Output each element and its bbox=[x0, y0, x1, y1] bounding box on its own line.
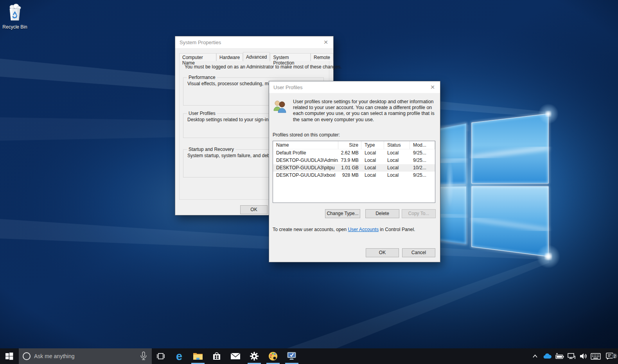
system-window-icon bbox=[287, 351, 297, 361]
paint-palette-icon bbox=[268, 351, 278, 361]
tab-system-protection[interactable]: System Protection bbox=[270, 53, 310, 61]
sysprops-ok-button[interactable]: OK bbox=[240, 205, 268, 214]
startup-recovery-group-label: Startup and Recovery bbox=[187, 147, 235, 152]
mail-icon bbox=[230, 352, 241, 360]
cell-size: 73.9 MB bbox=[338, 157, 361, 164]
chevron-up-icon bbox=[532, 354, 538, 358]
search-input[interactable] bbox=[34, 353, 132, 359]
user-accounts-link[interactable]: User Accounts bbox=[348, 227, 379, 232]
close-icon[interactable]: × bbox=[428, 82, 438, 92]
cell-type: Local bbox=[361, 164, 384, 172]
taskbar-system-properties-button[interactable] bbox=[282, 348, 301, 364]
profiles-list-label: Profiles stored on this computer: bbox=[273, 132, 340, 138]
table-row[interactable]: DESKTOP-GUUDLA3\pitpu 1.01 GB Local Loca… bbox=[273, 164, 435, 172]
tab-advanced[interactable]: Advanced bbox=[243, 52, 270, 61]
cell-status: Local bbox=[384, 164, 410, 172]
table-row[interactable]: DESKTOP-GUUDLA3\xboxl 928 MB Local Local… bbox=[273, 172, 435, 179]
table-row[interactable]: Default Profile 2.62 MB Local Local 9/25… bbox=[273, 149, 435, 157]
delete-button[interactable]: Delete bbox=[365, 209, 399, 218]
taskbar-mail-button[interactable] bbox=[226, 348, 245, 364]
col-header-name[interactable]: Name bbox=[273, 141, 338, 149]
change-type-button[interactable]: Change Type... bbox=[325, 209, 360, 218]
cell-status: Local bbox=[384, 172, 410, 179]
network-icon bbox=[567, 353, 576, 360]
col-header-size[interactable]: Size bbox=[338, 141, 361, 149]
user-profiles-title: User Profiles bbox=[273, 84, 302, 90]
table-row[interactable]: DESKTOP-GUUDLA3\Admin... 73.9 MB Local L… bbox=[273, 157, 435, 164]
cell-name: DESKTOP-GUUDLA3\pitpu bbox=[273, 164, 338, 172]
cell-modified: 10/2... bbox=[410, 164, 435, 172]
tab-computer-name[interactable]: Computer Name bbox=[179, 53, 216, 61]
edge-icon: e bbox=[176, 351, 182, 362]
recycle-bin-icon bbox=[6, 3, 23, 22]
task-view-icon bbox=[156, 353, 165, 360]
speaker-icon bbox=[579, 353, 588, 360]
file-explorer-icon bbox=[193, 352, 203, 360]
taskbar-settings-button[interactable] bbox=[245, 348, 264, 364]
cell-type: Local bbox=[361, 172, 384, 179]
col-header-type[interactable]: Type bbox=[361, 141, 384, 149]
footer-suffix: in Control Panel. bbox=[379, 227, 415, 232]
cell-size: 928 MB bbox=[338, 172, 361, 179]
col-header-modified[interactable]: Mod... bbox=[410, 141, 435, 149]
system-properties-title: System Properties bbox=[180, 39, 221, 45]
cell-modified: 9/25... bbox=[410, 157, 435, 164]
cell-size: 2.62 MB bbox=[338, 149, 361, 157]
tab-remote[interactable]: Remote bbox=[311, 53, 333, 61]
user-profiles-icon bbox=[273, 100, 287, 115]
taskbar-file-explorer-button[interactable] bbox=[189, 348, 207, 364]
start-button[interactable] bbox=[0, 348, 19, 364]
taskbar-edge-button[interactable]: e bbox=[170, 348, 189, 364]
hidden-icons-chevron[interactable] bbox=[529, 354, 541, 358]
profiles-table-header: Name Size Type Status Mod... bbox=[273, 141, 435, 149]
performance-group-label: Performance bbox=[187, 75, 217, 80]
admin-note: You must be logged on as an Administrato… bbox=[185, 64, 342, 70]
cell-status: Local bbox=[384, 157, 410, 164]
search-box[interactable] bbox=[19, 348, 152, 364]
system-properties-tabs: Computer Name Hardware Advanced System P… bbox=[179, 52, 333, 61]
keyboard-icon bbox=[591, 353, 601, 360]
volume-tray-button[interactable] bbox=[577, 353, 589, 360]
cell-type: Local bbox=[361, 149, 384, 157]
col-header-status[interactable]: Status bbox=[384, 141, 410, 149]
taskbar-paint-button[interactable] bbox=[264, 348, 282, 364]
user-profiles-group-label: User Profiles bbox=[187, 111, 217, 116]
gear-icon bbox=[250, 352, 259, 360]
network-tray-button[interactable] bbox=[565, 353, 577, 360]
cell-name: Default Profile bbox=[273, 149, 338, 157]
store-icon bbox=[212, 351, 221, 361]
taskbar-store-button[interactable] bbox=[207, 348, 226, 364]
recycle-bin[interactable]: Recycle Bin bbox=[2, 3, 27, 30]
copy-to-button: Copy To... bbox=[402, 209, 436, 218]
profiles-table: Name Size Type Status Mod... Default Pro… bbox=[273, 141, 435, 203]
user-profiles-titlebar[interactable]: User Profiles × bbox=[269, 81, 440, 93]
onedrive-tray-button[interactable] bbox=[541, 353, 553, 359]
uprof-ok-button[interactable]: OK bbox=[366, 248, 399, 257]
battery-tray-button[interactable] bbox=[553, 353, 565, 360]
windows-logo-icon bbox=[5, 352, 13, 360]
uprof-cancel-button[interactable]: Cancel bbox=[402, 248, 435, 257]
user-profiles-dialog: User Profiles × User profiles store sett… bbox=[269, 81, 440, 262]
desktop: Recycle Bin System Properties × Computer… bbox=[0, 0, 618, 364]
notification-badge: 2 bbox=[612, 353, 618, 359]
close-icon[interactable]: × bbox=[321, 38, 331, 47]
user-profiles-intro: User profiles store settings for your de… bbox=[293, 99, 437, 123]
task-view-button[interactable] bbox=[152, 348, 170, 364]
cortana-icon bbox=[23, 352, 31, 360]
onedrive-cloud-icon bbox=[543, 353, 552, 359]
cell-status: Local bbox=[384, 149, 410, 157]
action-center-tray-button[interactable]: 2 bbox=[602, 352, 618, 360]
battery-icon bbox=[555, 353, 564, 360]
touch-keyboard-tray-button[interactable] bbox=[589, 353, 602, 360]
microphone-icon[interactable] bbox=[139, 351, 148, 361]
cell-size: 1.01 GB bbox=[338, 164, 361, 172]
taskbar: e bbox=[0, 348, 618, 364]
system-properties-titlebar[interactable]: System Properties × bbox=[175, 36, 333, 48]
tab-hardware[interactable]: Hardware bbox=[216, 53, 243, 61]
cell-name: DESKTOP-GUUDLA3\xboxl bbox=[273, 172, 338, 179]
footer-note: To create new user accounts, open User A… bbox=[273, 227, 415, 232]
system-tray: 2 bbox=[529, 348, 618, 364]
recycle-bin-label: Recycle Bin bbox=[2, 24, 27, 30]
cell-type: Local bbox=[361, 157, 384, 164]
cell-modified: 9/25... bbox=[410, 149, 435, 157]
